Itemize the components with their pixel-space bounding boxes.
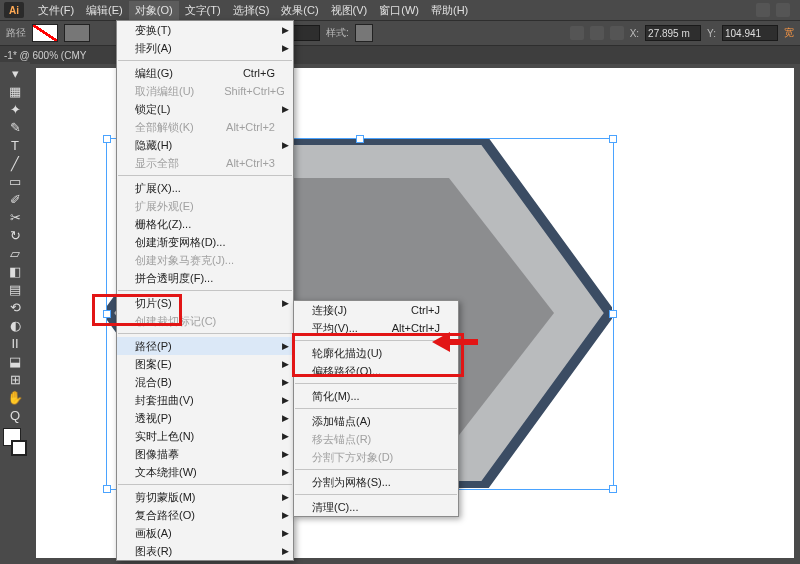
menu-item[interactable]: 图表(R)▶ [117, 542, 293, 560]
menu-item: 移去锚点(R) [294, 430, 458, 448]
transform-icon[interactable] [610, 26, 624, 40]
menu-item[interactable]: 连接(J)Ctrl+J [294, 301, 458, 319]
fill-swatch[interactable] [32, 24, 58, 42]
menu-item[interactable]: 图像描摹▶ [117, 445, 293, 463]
style-label: 样式: [326, 26, 349, 40]
menu-文件(F)[interactable]: 文件(F) [32, 1, 80, 20]
menu-item[interactable]: 切片(S)▶ [117, 294, 293, 312]
menu-item[interactable]: 文本绕排(W)▶ [117, 463, 293, 481]
menu-效果(C)[interactable]: 效果(C) [275, 1, 324, 20]
selection-handle[interactable] [356, 135, 364, 143]
menu-item: 扩展外观(E) [117, 197, 293, 215]
menu-item[interactable]: 封套扭曲(V)▶ [117, 391, 293, 409]
tool-19[interactable]: Q [3, 406, 27, 424]
align-icon[interactable] [570, 26, 584, 40]
selection-type: 路径 [6, 26, 26, 40]
tool-16[interactable]: ⬓ [3, 352, 27, 370]
align-icon[interactable] [590, 26, 604, 40]
menu-item[interactable]: 添加锚点(A) [294, 412, 458, 430]
menu-item[interactable]: 实时上色(N)▶ [117, 427, 293, 445]
menu-item[interactable]: 拼合透明度(F)... [117, 269, 293, 287]
layout-icon[interactable] [776, 3, 790, 17]
menu-item[interactable]: 清理(C)... [294, 498, 458, 516]
menu-item[interactable]: 透视(P)▶ [117, 409, 293, 427]
y-label: Y: [707, 28, 716, 39]
tool-15[interactable]: II [3, 334, 27, 352]
tool-9[interactable]: ↻ [3, 226, 27, 244]
tool-14[interactable]: ◐ [3, 316, 27, 334]
menu-item[interactable]: 扩展(X)... [117, 179, 293, 197]
menubar: Ai 文件(F)编辑(E)对象(O)文字(T)选择(S)效果(C)视图(V)窗口… [0, 0, 800, 20]
tool-2[interactable]: ✦ [3, 100, 27, 118]
menu-item[interactable]: 画板(A)▶ [117, 524, 293, 542]
stroke-swatch[interactable] [64, 24, 90, 42]
menu-窗口(W)[interactable]: 窗口(W) [373, 1, 425, 20]
selection-handle[interactable] [103, 135, 111, 143]
annotation-arrow-icon [432, 332, 478, 352]
menu-item[interactable]: 分割为网格(S)... [294, 473, 458, 491]
menu-item[interactable]: 路径(P)▶ [117, 337, 293, 355]
menu-item[interactable]: 混合(B)▶ [117, 373, 293, 391]
menu-item[interactable]: 复合路径(O)▶ [117, 506, 293, 524]
menu-item: 创建对象马赛克(J)... [117, 251, 293, 269]
menu-对象(O)[interactable]: 对象(O) [129, 1, 179, 20]
tool-12[interactable]: ▤ [3, 280, 27, 298]
x-input[interactable] [645, 25, 701, 41]
menu-item[interactable]: 偏移路径(O)... [294, 362, 458, 380]
menu-编辑(E)[interactable]: 编辑(E) [80, 1, 129, 20]
menu-item[interactable]: 锁定(L)▶ [117, 100, 293, 118]
menu-帮助(H)[interactable]: 帮助(H) [425, 1, 474, 20]
tool-4[interactable]: T [3, 136, 27, 154]
tool-11[interactable]: ◧ [3, 262, 27, 280]
menu-选择(S)[interactable]: 选择(S) [227, 1, 276, 20]
w-label: 宽 [784, 26, 794, 40]
tool-7[interactable]: ✐ [3, 190, 27, 208]
style-swatch[interactable] [355, 24, 373, 42]
menu-item: 全部解锁(K)Alt+Ctrl+2 [117, 118, 293, 136]
toolbox: ▾▦✦✎T╱▭✐✂↻▱◧▤⟲◐II⬓⊞✋Q [0, 62, 30, 564]
menu-item: 取消编组(U)Shift+Ctrl+G [117, 82, 293, 100]
tool-18[interactable]: ✋ [3, 388, 27, 406]
menubar-right-icons [756, 3, 800, 17]
selection-handle[interactable] [103, 485, 111, 493]
menu-item: 创建裁切标记(C) [117, 312, 293, 330]
tool-5[interactable]: ╱ [3, 154, 27, 172]
app-logo: Ai [4, 2, 24, 18]
x-label: X: [630, 28, 639, 39]
menu-item: 显示全部Alt+Ctrl+3 [117, 154, 293, 172]
menu-视图(V)[interactable]: 视图(V) [325, 1, 374, 20]
menu-item[interactable]: 编组(G)Ctrl+G [117, 64, 293, 82]
layout-icon[interactable] [756, 3, 770, 17]
tool-8[interactable]: ✂ [3, 208, 27, 226]
menu-item[interactable]: 排列(A)▶ [117, 39, 293, 57]
selection-handle[interactable] [103, 310, 111, 318]
fill-stroke-widget[interactable] [3, 428, 27, 456]
menu-文字(T)[interactable]: 文字(T) [179, 1, 227, 20]
tool-3[interactable]: ✎ [3, 118, 27, 136]
tool-6[interactable]: ▭ [3, 172, 27, 190]
menu-item[interactable]: 剪切蒙版(M)▶ [117, 488, 293, 506]
object-menu[interactable]: 变换(T)▶排列(A)▶编组(G)Ctrl+G取消编组(U)Shift+Ctrl… [116, 20, 294, 561]
menu-item: 分割下方对象(D) [294, 448, 458, 466]
tool-17[interactable]: ⊞ [3, 370, 27, 388]
menu-item[interactable]: 变换(T)▶ [117, 21, 293, 39]
menu-item[interactable]: 创建渐变网格(D)... [117, 233, 293, 251]
menu-item[interactable]: 图案(E)▶ [117, 355, 293, 373]
document-tab[interactable]: -1* @ 600% (CMY [4, 50, 86, 61]
selection-handle[interactable] [609, 485, 617, 493]
menu-item[interactable]: 栅格化(Z)... [117, 215, 293, 233]
selection-handle[interactable] [609, 135, 617, 143]
menu-item[interactable]: 简化(M)... [294, 387, 458, 405]
tool-13[interactable]: ⟲ [3, 298, 27, 316]
menu-item[interactable]: 隐藏(H)▶ [117, 136, 293, 154]
tool-10[interactable]: ▱ [3, 244, 27, 262]
selection-handle[interactable] [609, 310, 617, 318]
tool-0[interactable]: ▾ [3, 64, 27, 82]
tool-1[interactable]: ▦ [3, 82, 27, 100]
y-input[interactable] [722, 25, 778, 41]
